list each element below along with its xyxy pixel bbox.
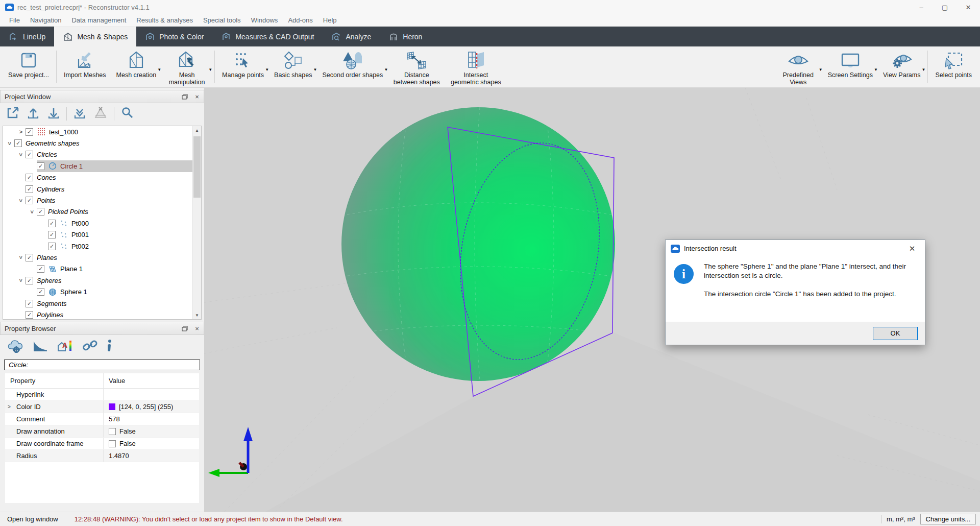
tree-item-circle-1[interactable]: ✓ Circle 1 (3, 160, 201, 172)
tree-item-polylines[interactable]: ✓ Polylines (3, 309, 201, 320)
chevron-down-icon[interactable]: > (18, 276, 24, 285)
predefined-views-button[interactable]: Predefined Views ▼ (774, 46, 823, 87)
tree-item-circles[interactable]: > ✓ Circles (3, 149, 201, 160)
tree-scrollbar[interactable]: ▲ ▼ (192, 126, 201, 319)
tab-mesh-shapes[interactable]: Mesh & Shapes (54, 27, 136, 46)
export-item-icon[interactable] (6, 106, 19, 122)
dropdown-arrow[interactable]: ▼ (384, 68, 388, 73)
tab-heron[interactable]: Heron (380, 27, 431, 46)
tree-item-points[interactable]: > ✓ Points (3, 195, 201, 206)
chevron-down-icon[interactable]: > (29, 207, 35, 217)
expand-icon[interactable]: > (8, 404, 11, 410)
mesh-creation-button[interactable]: Mesh creation ▼ (111, 46, 162, 87)
checkbox-unchecked[interactable] (109, 428, 116, 435)
float-panel-icon[interactable] (181, 325, 188, 332)
dialog-title-bar[interactable]: Intersection result ✕ (666, 240, 925, 257)
checkbox[interactable]: ✓ (26, 151, 33, 158)
screen-settings-button[interactable]: Screen Settings ▼ (823, 46, 878, 87)
open-log-window-link[interactable]: Open log window (7, 515, 58, 523)
cloud-transform-icon[interactable] (7, 339, 24, 355)
menu-special-tools[interactable]: Special tools (198, 16, 246, 24)
checkbox[interactable]: ✓ (26, 254, 33, 261)
close-button[interactable]: ✕ (957, 0, 980, 14)
tree-item-pt001[interactable]: ✓ Pt001 (3, 229, 201, 241)
chevron-down-icon[interactable]: > (7, 139, 13, 148)
checkbox[interactable]: ✓ (26, 174, 33, 181)
scroll-up-icon[interactable]: ▲ (193, 126, 201, 134)
dropdown-arrow[interactable]: ▼ (313, 68, 317, 73)
scroll-thumb[interactable] (193, 136, 201, 198)
checkbox[interactable]: ✓ (26, 277, 33, 284)
tab-photo-color[interactable]: Photo & Color (136, 27, 212, 46)
checkbox[interactable]: ✓ (37, 288, 44, 296)
property-row-draw-coordinate-frame[interactable]: Draw coordinate frame False (5, 438, 199, 450)
search-icon[interactable] (120, 106, 134, 122)
property-row-radius[interactable]: Radius 1.4870 (5, 450, 199, 462)
tree-item-cylinders[interactable]: ✓ Cylinders (3, 183, 201, 195)
import-check-icon[interactable] (73, 106, 86, 122)
minimize-button[interactable]: – (910, 0, 933, 14)
checkbox[interactable]: ✓ (26, 185, 33, 193)
property-row-comment[interactable]: Comment 578 (5, 413, 199, 425)
chevron-down-icon[interactable]: > (18, 253, 24, 262)
save-project-button[interactable]: Save project... (3, 46, 54, 87)
tree-item-picked-points[interactable]: > ✓ Picked Points (3, 206, 201, 218)
menu-help[interactable]: Help (318, 16, 342, 24)
colormap-icon[interactable]: A (56, 339, 74, 355)
property-row-draw-annotation[interactable]: Draw annotation False (5, 425, 199, 438)
tree-item-planes[interactable]: > ✓ Planes (3, 252, 201, 263)
histogram-icon[interactable] (33, 339, 48, 354)
second-order-shapes-button[interactable]: Second order shapes ▼ (317, 46, 388, 87)
menu-add-ons[interactable]: Add-ons (283, 16, 317, 24)
checkbox[interactable]: ✓ (37, 265, 44, 273)
chevron-right-icon[interactable]: > (16, 129, 26, 135)
dropdown-arrow[interactable]: ▼ (922, 68, 926, 73)
sphere-object[interactable] (341, 107, 615, 381)
ok-button[interactable]: OK (873, 327, 918, 340)
move-up-icon[interactable] (27, 106, 40, 122)
tab-analyze[interactable]: Analyze (323, 27, 380, 46)
scroll-down-icon[interactable]: ▼ (193, 311, 201, 319)
tree-item-cones[interactable]: ✓ Cones (3, 172, 201, 183)
select-points-button[interactable]: Select points (930, 46, 977, 87)
checkbox[interactable]: ✓ (48, 220, 56, 227)
close-panel-icon[interactable]: × (193, 93, 201, 100)
checkbox[interactable]: ✓ (14, 139, 22, 147)
checkbox[interactable]: ✓ (26, 300, 33, 307)
tab-measures-cad[interactable]: Measures & CAD Output (212, 27, 323, 46)
viewport-3d[interactable]: Intersection result ✕ i The sphere "Sphe… (204, 88, 980, 512)
close-panel-icon[interactable]: × (193, 325, 201, 332)
menu-file[interactable]: File (4, 16, 25, 24)
intersect-geometric-shapes-button[interactable]: Intersect geometric shapes (445, 46, 506, 87)
manage-points-button[interactable]: Manage points ▼ (217, 46, 269, 87)
tree-item-geometric-shapes[interactable]: > ✓ Geometric shapes (3, 137, 201, 149)
chevron-down-icon[interactable]: > (18, 150, 24, 159)
checkbox-unchecked[interactable] (109, 440, 116, 447)
dropdown-arrow[interactable]: ▼ (819, 68, 823, 73)
tree-item-pt000[interactable]: ✓ Pt000 (3, 218, 201, 229)
menu-data-management[interactable]: Data management (66, 16, 131, 24)
import-meshes-button[interactable]: Import Meshes (59, 46, 111, 87)
property-row-color-id[interactable]: >Color ID [124, 0, 255] (255) (5, 401, 199, 413)
basic-shapes-button[interactable]: Basic shapes ▼ (269, 46, 317, 87)
chevron-down-icon[interactable]: > (18, 196, 24, 205)
dialog-close-icon[interactable]: ✕ (904, 244, 920, 253)
maximize-button[interactable]: ▢ (933, 0, 957, 14)
change-units-button[interactable]: Change units... (920, 514, 976, 524)
info-icon[interactable] (106, 339, 113, 354)
tree-item-test-1000[interactable]: > ✓ test_1000 (3, 126, 201, 137)
tab-lineup[interactable]: LineUp (0, 27, 54, 46)
checkbox[interactable]: ✓ (48, 243, 56, 250)
dropdown-arrow[interactable]: ▼ (157, 68, 161, 73)
checkbox[interactable]: ✓ (26, 197, 33, 204)
checkbox[interactable]: ✓ (26, 128, 33, 136)
tree-item-spheres[interactable]: > ✓ Spheres (3, 275, 201, 286)
property-row-hyperlink[interactable]: Hyperlink (5, 389, 199, 401)
menu-navigation[interactable]: Navigation (25, 16, 66, 24)
float-panel-icon[interactable] (181, 93, 188, 100)
menu-windows[interactable]: Windows (246, 16, 283, 24)
checkbox[interactable]: ✓ (37, 208, 44, 216)
checkbox[interactable]: ✓ (48, 231, 56, 238)
distance-between-shapes-button[interactable]: Distance between shapes (388, 46, 445, 87)
checkbox[interactable]: ✓ (37, 162, 44, 170)
